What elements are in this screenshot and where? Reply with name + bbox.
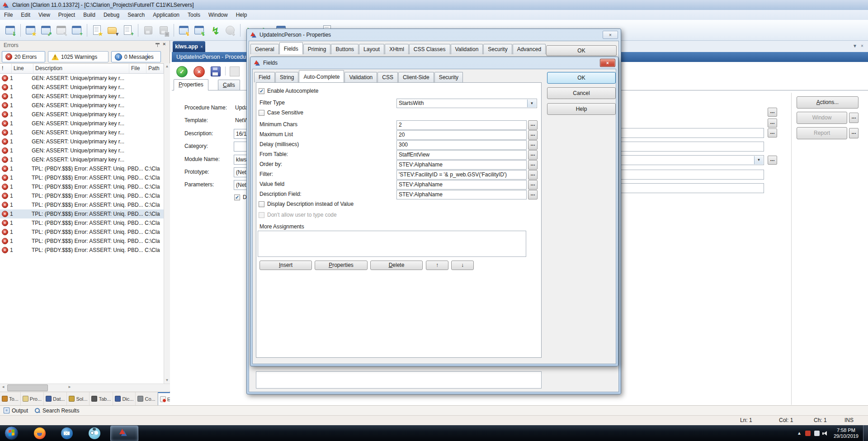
fields-help-button[interactable]: Help [547,103,616,115]
maximum-list-field[interactable]: 20 [396,130,527,140]
menu-project[interactable]: Project [54,10,79,19]
scroll-right-icon[interactable]: ► [68,385,71,389]
show-desktop-button[interactable] [863,425,868,441]
firefox-icon[interactable] [34,427,46,439]
messages-filter-button[interactable]: i0 Messages [111,51,161,62]
properties-ok-button[interactable]: OK [546,45,617,56]
filter-field[interactable]: 'STEV:FacilityID = '& p_web.GSV('Facilit… [396,170,527,180]
tray-app-icon[interactable] [805,431,811,436]
fields-dialog-titlebar[interactable]: Fields [250,57,618,69]
pin-icon[interactable] [156,43,160,44]
properties-tab-fields[interactable]: Fields [279,42,303,54]
properties-button[interactable]: Properties [315,261,368,270]
menu-application[interactable]: Application [149,10,184,19]
panel-close-icon[interactable]: × [163,41,165,47]
open-file-icon[interactable]: ▾ [107,24,118,36]
scrollbar-thumb[interactable] [7,384,48,391]
start-button[interactable] [5,426,19,440]
properties-tab-layout[interactable]: Layout [359,44,384,54]
insert-button[interactable]: Insert [259,261,312,270]
properties-tab-priming[interactable]: Priming [303,44,331,54]
dialog-comment-field[interactable] [256,371,542,389]
errors-filter-button[interactable]: ×20 Errors [2,51,45,62]
properties-tab-general[interactable]: General [250,44,279,54]
tables-tab[interactable]: Tab... [90,392,113,405]
generate-icon[interactable]: ↯ [178,24,190,36]
menu-debug[interactable]: Debug [99,10,123,19]
add-file-icon[interactable]: + [122,24,134,36]
scroll-down-icon[interactable]: ▼ [164,377,170,384]
more-assignments-list[interactable] [258,231,526,257]
table-row[interactable]: ×1TPL: (PBDY.$$$) Error: ASSERT: Uniq...… [0,228,164,237]
solution-tab[interactable]: Sol... [67,392,90,405]
declare-globally-checkbox[interactable]: ✓ D [234,194,247,200]
compile-tab[interactable]: Co... [136,392,157,405]
table-row[interactable]: ×1GEN: ASSERT: Unique/primary key r... [0,101,164,110]
table-row[interactable]: ×1GEN: ASSERT: Unique/primary key r... [0,146,164,155]
table-row[interactable]: ×1TPL: (PBDY.$$$) Error: ASSERT: Uniq...… [0,182,164,191]
fields-ok-button[interactable]: OK [547,72,616,84]
chevron-down-icon[interactable]: ▼ [527,100,536,107]
tab-strip-close-icon[interactable]: × [861,43,863,48]
ellipsis-button[interactable]: ... [768,128,777,138]
build-icon[interactable]: ↯ [209,24,221,36]
taskbar-clock[interactable]: 7:58 PM 29/10/2019 [834,427,859,439]
clarion-taskbar-button[interactable] [110,426,138,441]
chevron-down-icon[interactable]: ▼ [754,156,763,164]
table-row[interactable]: ×1GEN: ASSERT: Unique/primary key r... [0,83,164,92]
table-row[interactable]: ×1TPL: (PBDY.$$$) Error: ASSERT: Uniq...… [0,200,164,209]
table-row[interactable]: ×1GEN: ASSERT: Unique/primary key r... [0,74,164,83]
editor-tab-calls[interactable]: Calls [218,80,240,90]
close-icon[interactable]: × [600,59,615,67]
cancel-edit-button[interactable]: × [193,66,205,77]
close-icon[interactable]: × [603,31,618,39]
menu-search[interactable]: Search [123,10,149,19]
column-header-description[interactable]: Description [33,64,129,73]
tray-chevron-icon[interactable]: ▲ [797,431,802,436]
properties-tab-advanced[interactable]: Advanced [513,44,546,54]
column-header-line[interactable]: Line [12,64,33,73]
save-procedure-button[interactable] [211,66,221,76]
search-results-tab[interactable]: Search Results [34,408,79,414]
column-header-[interactable]: ! [0,64,12,73]
table-row[interactable]: ×1GEN: ASSERT: Unique/primary key r... [0,119,164,128]
table-row[interactable]: ×1TPL: (PBDY.$$$) Error: ASSERT: Uniq...… [0,246,164,255]
description-field-field[interactable]: STEV:AlphaName [396,190,527,199]
properties-tab-validation[interactable]: Validation [451,44,483,54]
accept-button[interactable]: ✓ [176,66,188,77]
ellipsis-button[interactable]: ... [768,119,777,128]
actions-button[interactable]: Actions... [797,96,859,109]
menu-view[interactable]: View [34,10,54,19]
output-tab[interactable]: ≡Output [4,408,28,414]
properties-pad-tab[interactable]: Pro... [21,392,44,405]
minimum-chars-field[interactable]: 2 [396,120,527,130]
display-description-checkbox[interactable]: Display Description instead of Value [259,201,354,207]
dictionary-tab[interactable]: Dic... [113,392,136,405]
fields-tab-field[interactable]: Field [254,72,275,82]
delay-millisecs-field[interactable]: 300 [396,140,527,150]
fields-cancel-button[interactable]: Cancel [547,87,616,99]
move-up-button[interactable]: ↑ [426,261,448,270]
table-row[interactable]: ×1GEN: ASSERT: Unique/primary key r... [0,137,164,146]
from-table-field[interactable]: StaffEntView [396,150,527,160]
table-row[interactable]: ×1TPL: (PBDY.$$$) Error: ASSERT: Uniq...… [0,164,164,173]
move-down-button[interactable]: ↓ [451,261,474,270]
generate-current-icon[interactable]: ↯ [193,24,205,36]
table-row[interactable]: ×1TPL: (PBDY.$$$) Error: ASSERT: Uniq...… [0,237,164,246]
minimum-chars-ellipsis-button[interactable]: ... [528,120,538,130]
errors-vertical-scrollbar[interactable]: ▲▼ [164,63,170,384]
toolbox-tab[interactable]: To... [0,392,21,405]
menu-file[interactable]: File [0,10,17,19]
delay-millisecs-ellipsis-button[interactable]: ... [528,140,538,150]
table-row[interactable]: ×1TPL: (PBDY.$$$) Error: ASSERT: Uniq...… [0,209,164,218]
case-sensitive-checkbox[interactable]: Case Sensitive [259,109,303,116]
value-field-field[interactable]: STEV:AlphaName [396,180,527,190]
column-header-path[interactable]: Path [146,64,164,73]
description-field-ellipsis-button[interactable]: ... [528,190,538,199]
ellipsis-button[interactable]: ... [768,156,777,165]
order-by-field[interactable]: STEV:AlphaName [396,160,527,170]
ellipsis-button[interactable]: ... [768,108,777,117]
tray-app-icon[interactable] [814,431,820,436]
table-row[interactable]: ×1TPL: (PBDY.$$$) Error: ASSERT: Uniq...… [0,173,164,182]
menu-window[interactable]: Window [204,10,232,19]
